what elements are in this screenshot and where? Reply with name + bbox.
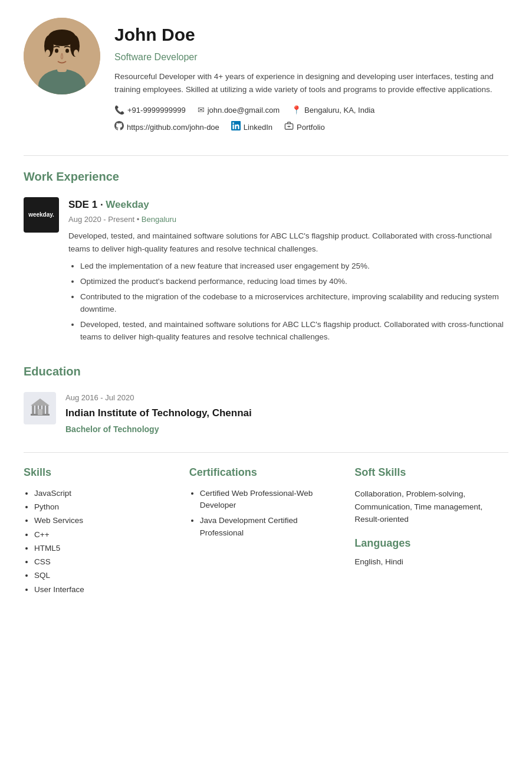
languages-title: Languages: [354, 535, 508, 551]
skills-list: JavaScript Python Web Services C++ HTML5…: [24, 488, 178, 596]
edu-entry-1: Aug 2016 - Jul 2020 Indian Institute of …: [24, 392, 508, 436]
email-item: ✉ john.doe@gmail.com: [198, 104, 280, 116]
svg-rect-15: [35, 406, 38, 415]
skills-col: Skills JavaScript Python Web Services C+…: [24, 465, 178, 597]
skill-webservices: Web Services: [34, 515, 178, 527]
location-icon: 📍: [291, 104, 301, 116]
github-icon: [114, 121, 124, 134]
job-bullets-1: Led the implementation of a new feature …: [68, 260, 508, 344]
job-logo-weekday: weekday.: [24, 197, 59, 233]
person-title: Software Developer: [114, 50, 508, 64]
location-item: 📍 Bengaluru, KA, India: [291, 104, 375, 116]
svg-point-8: [65, 49, 69, 53]
job-entry-1: weekday. SDE 1 · Weekday Aug 2020 - Pres…: [24, 197, 508, 346]
job-bullet-4: Developed, tested, and maintained softwa…: [80, 318, 508, 344]
cert-2: Java Development Certified Professional: [200, 515, 343, 539]
portfolio-text: Portfolio: [297, 122, 325, 133]
person-summary: Resourceful Developer with 4+ years of e…: [114, 70, 508, 96]
skill-python: Python: [34, 501, 178, 513]
job-role-1: SDE 1: [68, 199, 97, 210]
work-experience-title: Work Experience: [24, 168, 508, 188]
job-bullet-1: Led the implementation of a new feature …: [80, 260, 508, 273]
education-title: Education: [24, 362, 508, 383]
languages-text: English, Hindi: [354, 556, 508, 568]
job-meta-dot: •: [137, 215, 142, 224]
job-company-1: Weekday: [106, 199, 149, 210]
linkedin-item[interactable]: LinkedIn: [231, 121, 272, 134]
job-bullet-2: Optimized the product's backend performa…: [80, 275, 508, 288]
job-logo-text: weekday.: [28, 211, 54, 218]
edu-logo-iit: [24, 392, 56, 424]
phone-icon: 📞: [114, 104, 124, 116]
job-separator: ·: [100, 199, 106, 210]
portfolio-item[interactable]: Portfolio: [284, 121, 325, 134]
linkedin-text: LinkedIn: [244, 122, 272, 133]
cert-list: Certified Web Professional-Web Developer…: [189, 488, 343, 539]
linkedin-icon: [231, 121, 241, 134]
job-title-1: SDE 1 · Weekday: [68, 197, 508, 213]
location-text: Bengaluru, KA, India: [304, 104, 375, 116]
skill-sql: SQL: [34, 570, 178, 581]
svg-point-10: [74, 50, 78, 57]
bottom-divider: [24, 452, 508, 453]
person-name: John Doe: [114, 21, 508, 48]
svg-point-9: [45, 50, 50, 57]
certifications-col: Certifications Certified Web Professiona…: [189, 465, 343, 597]
phone-text: +91-9999999999: [127, 104, 186, 116]
contact-row-2: https://github.com/john-doe LinkedIn Por…: [114, 121, 508, 134]
skills-section-title: Skills: [24, 465, 178, 481]
avatar: [24, 18, 100, 94]
job-meta-1: Aug 2020 - Present • Bengaluru: [68, 214, 508, 226]
svg-point-7: [55, 49, 58, 53]
header-info: John Doe Software Developer Resourceful …: [114, 18, 508, 139]
softskills-col: Soft Skills Collaboration, Problem-solvi…: [354, 465, 508, 597]
edu-dates-1: Aug 2016 - Jul 2020: [65, 392, 252, 404]
job-location-1: Bengaluru: [142, 215, 176, 224]
cert-1: Certified Web Professional-Web Developer: [200, 488, 343, 512]
github-text: https://github.com/john-doe: [127, 122, 219, 133]
soft-skills-text: Collaboration, Problem-solving, Communic…: [354, 488, 508, 526]
contact-row-1: 📞 +91-9999999999 ✉ john.doe@gmail.com 📍 …: [114, 104, 508, 116]
svg-marker-20: [31, 398, 50, 406]
svg-rect-14: [32, 406, 34, 415]
job-content-1: SDE 1 · Weekday Aug 2020 - Present • Ben…: [68, 197, 508, 346]
job-description-1: Developed, tested, and maintained softwa…: [68, 230, 508, 255]
education-section: Education Aug 2016 - Jul 2020 Indian Ins…: [24, 362, 508, 436]
svg-rect-17: [42, 406, 45, 415]
edu-degree-1: Bachelor of Technology: [65, 423, 252, 436]
job-bullet-3: Contributed to the migration of the code…: [80, 290, 508, 316]
skill-css: CSS: [34, 556, 178, 568]
phone-item: 📞 +91-9999999999: [114, 104, 186, 116]
edu-content-1: Aug 2016 - Jul 2020 Indian Institute of …: [65, 392, 252, 436]
work-experience-section: Work Experience weekday. SDE 1 · Weekday…: [24, 168, 508, 346]
portfolio-icon: [284, 121, 294, 134]
svg-rect-21: [38, 409, 42, 415]
svg-rect-18: [46, 406, 48, 415]
certifications-section-title: Certifications: [189, 465, 343, 481]
job-dates-1: Aug 2020 - Present: [68, 215, 134, 224]
email-text: john.doe@gmail.com: [208, 104, 280, 116]
skill-ui: User Interface: [34, 584, 178, 596]
bottom-grid: Skills JavaScript Python Web Services C+…: [24, 465, 508, 597]
resume-header: John Doe Software Developer Resourceful …: [24, 18, 508, 139]
skill-cpp: C++: [34, 529, 178, 541]
avatar-wrap: [24, 18, 100, 94]
soft-skills-title: Soft Skills: [354, 465, 508, 481]
email-icon: ✉: [198, 104, 205, 116]
header-divider: [24, 155, 508, 156]
github-item[interactable]: https://github.com/john-doe: [114, 121, 219, 134]
edu-institution-1: Indian Institute of Technology, Chennai: [65, 406, 252, 421]
skill-html5: HTML5: [34, 543, 178, 554]
skill-javascript: JavaScript: [34, 488, 178, 499]
